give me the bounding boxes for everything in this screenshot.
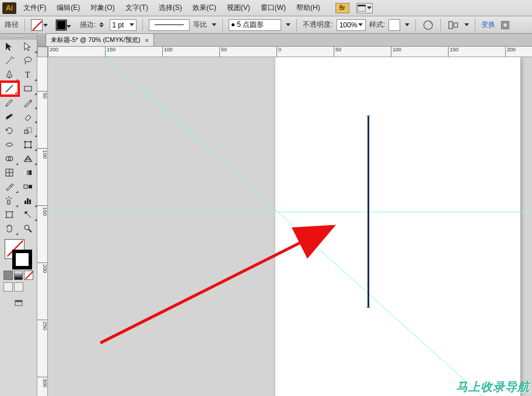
type-tool[interactable]: T [19,68,37,82]
perspective-grid-tool[interactable] [19,152,37,166]
blob-brush-tool[interactable] [0,110,19,124]
variable-width-profile[interactable] [149,19,190,31]
ruler-tick: 100 [391,47,401,57]
eraser-tool[interactable] [19,110,37,124]
brush-definition[interactable]: 5 点圆形 [229,19,281,31]
svg-line-36 [100,227,331,343]
svg-rect-22 [24,185,27,188]
free-transform-tool[interactable] [19,138,37,152]
stroke-indicator[interactable] [12,250,32,269]
paintbrush-tool[interactable] [0,96,19,110]
svg-rect-13 [25,142,31,148]
ruler-vertical[interactable]: 50 100 150 200 250 300 [37,57,48,396]
bridge-button[interactable]: Br [335,3,349,13]
options-bar: 路径 描边: 1 pt 等比 5 点圆形 不透明度: 100% 样式: 变换 [0,16,532,34]
svg-text:T: T [25,71,30,79]
screen-mode-normal[interactable] [4,282,13,292]
canvas[interactable] [48,57,532,396]
pencil-tool[interactable] [19,96,37,110]
slice-tool[interactable] [19,208,37,222]
lasso-tool[interactable] [19,54,37,68]
brush-dot-icon [232,23,235,26]
ruler-origin[interactable] [37,47,48,57]
align-icon[interactable] [447,19,460,31]
document-tab-title: 未标题-5* @ 70% (CMYK/预览) [51,36,141,44]
stroke-swatch[interactable] [55,19,67,31]
svg-rect-23 [29,185,32,188]
none-mode-btn[interactable] [24,271,33,280]
separator [415,19,416,31]
svg-rect-3 [449,21,453,29]
ruler-horizontal[interactable]: 200 150 100 50 0 50 100 150 200 [48,47,532,57]
direct-selection-tool[interactable] [19,40,37,54]
ruler-tick: 50 [37,91,48,99]
ruler-tick: 100 [162,47,173,57]
menu-view[interactable]: 视图(V) [223,2,254,14]
ruler-tick: 150 [37,205,48,216]
svg-rect-31 [6,212,12,218]
menu-help[interactable]: 帮助(H) [293,2,324,14]
separator [440,19,441,31]
zoom-tool[interactable] [19,222,37,236]
svg-point-26 [8,197,9,198]
color-mode-btn[interactable] [4,271,13,280]
panel-grip[interactable] [0,34,37,40]
scale-tool[interactable] [19,124,37,138]
ruler-tick: 300 [37,377,48,387]
separator [24,19,25,31]
mesh-tool[interactable] [0,166,19,180]
column-graph-tool[interactable] [19,194,37,208]
blend-tool[interactable] [19,180,37,194]
tab-grip[interactable] [37,33,46,46]
stroke-width-input[interactable]: 1 pt [110,19,136,31]
transform-link[interactable]: 变换 [481,20,495,30]
recolor-icon[interactable] [422,19,435,31]
fill-stroke-indicator[interactable] [5,239,32,269]
document-tab-bar: 未标题-5* @ 70% (CMYK/预览) × [37,34,532,47]
workspace-switcher[interactable] [356,3,373,13]
svg-rect-11 [24,130,28,134]
eyedropper-tool[interactable] [0,180,19,194]
svg-rect-10 [24,86,32,91]
stroke-label: 描边: [80,20,96,30]
document-tab[interactable]: 未标题-5* @ 70% (CMYK/预览) × [46,33,154,46]
rectangle-tool[interactable] [19,82,37,96]
symbol-sprayer-tool[interactable] [0,194,19,208]
svg-rect-4 [454,23,457,27]
svg-point-15 [30,141,32,143]
chevron-down-icon [464,23,469,26]
menu-edit[interactable]: 编辑(E) [53,2,83,14]
screen-mode-full[interactable] [14,282,23,292]
hand-tool[interactable] [0,222,19,236]
line-object[interactable] [368,115,369,308]
opacity-label[interactable]: 不透明度: [303,20,332,30]
isolate-icon[interactable] [499,19,512,31]
menu-type[interactable]: 文字(T) [122,2,152,14]
line-segment-tool[interactable] [0,82,19,96]
menu-effect[interactable]: 效果(C) [189,2,220,14]
menu-file[interactable]: 文件(F) [20,2,50,14]
menu-window[interactable]: 窗口(W) [257,2,289,14]
shape-builder-tool[interactable] [0,152,19,166]
width-tool[interactable] [0,138,19,152]
change-screen-mode[interactable] [0,296,37,310]
pen-tool[interactable] [0,68,19,82]
stroke-width-spinner[interactable] [99,22,104,27]
menu-select[interactable]: 选择(S) [155,2,186,14]
gradient-tool[interactable] [19,166,37,180]
magic-wand-tool[interactable] [0,54,19,68]
gradient-mode-btn[interactable] [14,271,23,280]
style-label: 样式: [369,20,385,30]
svg-line-33 [29,229,32,232]
menu-object[interactable]: 对象(O) [87,2,118,14]
graphic-style[interactable] [388,19,400,31]
artboard-tool[interactable] [0,208,19,222]
guide-horizontal[interactable] [48,212,532,212]
opacity-input[interactable]: 100% [337,19,366,31]
fill-swatch[interactable] [31,19,43,31]
close-icon[interactable]: × [145,37,149,44]
rotate-tool[interactable] [0,124,19,138]
selection-tool[interactable] [0,40,19,54]
stroke-width-value: 1 pt [112,21,124,29]
separator [475,19,475,31]
